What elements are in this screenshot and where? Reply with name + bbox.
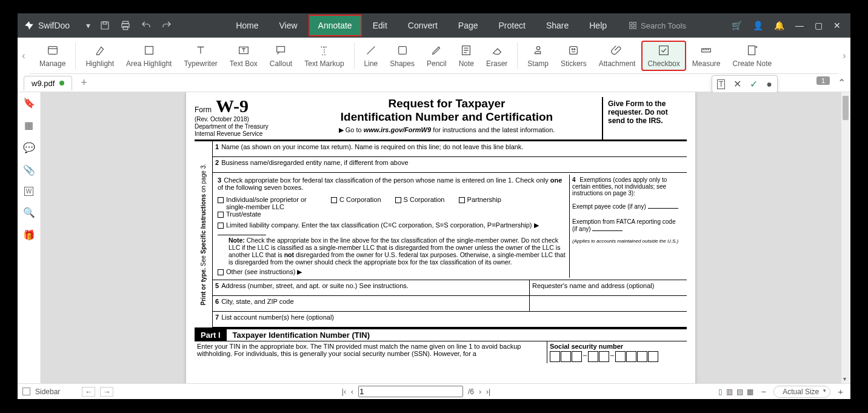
sidebar-toggle-icon[interactable] [22,388,30,395]
menu-help[interactable]: Help [579,15,616,36]
tool-note[interactable]: Note [453,41,480,71]
view-single-icon[interactable]: ▯ [718,388,723,396]
minimize-button[interactable]: — [795,21,804,30]
row-5: 5Address (number, street, and apt. or su… [213,280,529,295]
main-menu: Home View Annotate Edit Convert Page Pro… [226,15,616,36]
pdf-page: Form W-9 (Rev. October 2018) Department … [186,92,695,383]
view-facing-icon[interactable]: ▥ [726,388,733,396]
svg-rect-0 [101,22,109,29]
form-goto: ▶ Go to www.irs.gov/FormW9 for instructi… [295,126,598,134]
tool-area-highlight[interactable]: Area Highlight [120,41,178,71]
attachments-icon[interactable]: 📎 [23,164,35,176]
menu-share[interactable]: Share [536,15,578,36]
print-icon[interactable] [119,19,132,32]
collapse-ribbon-icon[interactable]: ⌃ [838,77,846,89]
svg-point-15 [536,46,540,50]
svg-point-18 [574,49,575,50]
svg-rect-1 [103,22,107,24]
word-icon[interactable]: W [24,187,33,196]
menu-page[interactable]: Page [449,15,488,36]
cb-cross-icon[interactable]: ✕ [733,78,741,90]
save-icon[interactable] [99,19,111,32]
menu-annotate[interactable]: Annotate [309,15,362,36]
user-icon[interactable]: 👤 [753,21,763,30]
tool-pencil[interactable]: Pencil [421,41,453,71]
tool-eraser[interactable]: Eraser [480,41,513,71]
page-count-badge: 1 [816,76,830,85]
nav-back-button[interactable]: ← [82,387,95,397]
search-tools[interactable]: Search Tools [629,21,686,30]
form-rev: (Rev. October 2018) [195,116,249,123]
tool-stickers[interactable]: Stickers [555,41,593,71]
menu-convert[interactable]: Convert [398,15,447,36]
bookmark-icon[interactable]: 🔖 [23,97,35,109]
redo-icon[interactable] [161,19,173,32]
cb-dot-icon[interactable]: ● [766,79,772,90]
menu-protect[interactable]: Protect [489,15,535,36]
document-tab[interactable]: w9.pdf [24,76,72,90]
tool-attachment[interactable]: Attachment [593,41,642,71]
bell-icon[interactable]: 🔔 [774,21,784,30]
thumbnails-icon[interactable]: ▦ [24,119,33,131]
tool-textbox[interactable]: Text Box [224,41,264,71]
svg-rect-7 [630,26,632,29]
tab-filename: w9.pdf [32,79,55,88]
svg-rect-19 [659,45,669,55]
row-6: 6City, state, and ZIP code [213,296,529,311]
app-logo: SwifDoo [18,20,76,31]
sidebar-label[interactable]: Sidebar [35,388,60,396]
maximize-button[interactable]: ▢ [815,21,823,30]
tool-callout[interactable]: Callout [264,41,298,71]
view-continuous-icon[interactable]: ▤ [736,388,743,396]
svg-rect-9 [48,46,57,54]
undo-icon[interactable] [140,19,152,32]
zoom-in-button[interactable]: + [835,386,846,397]
tool-highlight[interactable]: Highlight [79,41,120,71]
search-tools-label: Search Tools [641,21,686,30]
scrollbar-thumb[interactable] [843,96,849,120]
app-name: SwifDoo [38,21,70,30]
left-sidebar: 🔖 ▦ 💬 📎 W 🔍 🎁 [18,92,41,383]
tool-typewriter[interactable]: Typewriter [178,41,223,71]
add-tab-button[interactable]: + [77,76,91,89]
view-grid-icon[interactable]: ▦ [747,388,753,396]
tool-measure[interactable]: Measure [686,41,727,71]
ribbon-scroll-right[interactable]: › [838,38,850,74]
page-input[interactable] [358,386,463,397]
tool-shapes[interactable]: Shapes [384,41,421,71]
next-page-button[interactable]: › [479,388,481,396]
document-canvas[interactable]: Form W-9 (Rev. October 2018) Department … [41,92,841,383]
comments-icon[interactable]: 💬 [23,142,35,153]
search-icon[interactable]: 🔍 [23,207,35,218]
first-page-button[interactable]: |‹ [342,388,346,396]
row-3: 3Check appropriate box for federal tax c… [215,175,569,278]
tool-manage[interactable]: Manage [33,41,72,71]
tool-checkbox[interactable]: Checkbox [641,41,686,71]
ribbon-scroll-left[interactable]: ‹ [18,38,30,74]
svg-rect-6 [633,22,636,25]
menu-view[interactable]: View [270,15,307,36]
vertical-scrollbar[interactable]: ▴ ▾ [841,92,850,383]
cart-icon[interactable]: 🛒 [732,21,742,30]
nav-forward-button[interactable]: → [100,387,113,397]
svg-rect-13 [398,46,406,54]
cb-text-icon[interactable]: T [717,79,725,89]
cb-check-icon[interactable]: ✓ [750,78,758,90]
gift-icon[interactable]: 🎁 [23,229,35,241]
tool-create-note[interactable]: Create Note [726,41,778,71]
tool-text-markup[interactable]: Text Markup [298,41,350,71]
prev-page-button[interactable]: ‹ [351,388,353,396]
tool-stamp[interactable]: Stamp [521,41,555,71]
zoom-select[interactable]: Actual Size [773,386,830,398]
zoom-out-button[interactable]: − [758,386,769,397]
close-button[interactable]: ✕ [833,21,841,30]
form-give: Give Form to the requester. Do not send … [602,97,687,139]
ssn-section: Social security number – – [547,341,687,363]
last-page-button[interactable]: ›| [486,388,490,396]
menu-edit[interactable]: Edit [363,15,397,36]
svg-rect-8 [633,26,636,29]
menu-home[interactable]: Home [226,15,268,36]
dropdown-icon[interactable]: ▾ [82,19,94,32]
form-label: Form [195,106,212,114]
tool-line[interactable]: Line [358,41,384,71]
